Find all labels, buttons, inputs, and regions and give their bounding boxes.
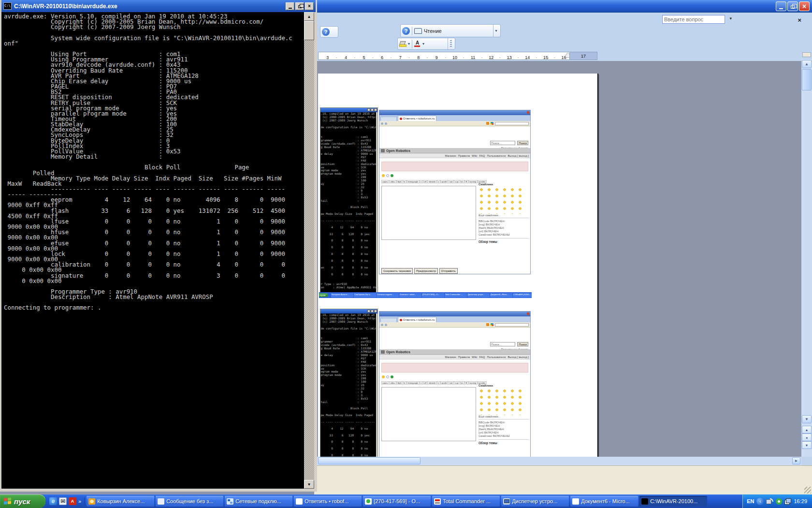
mini-close-icon (527, 313, 529, 315)
forum-nav-link: Правила (458, 154, 470, 157)
word-restore-button[interactable] (787, 1, 798, 11)
scroll-right-icon[interactable]: ► (792, 457, 800, 464)
topic-review-label: Обзор темы (478, 240, 529, 243)
taskbar-button[interactable]: Сетевые подклю... (225, 496, 292, 507)
taskbar-button[interactable]: C:\WinAVR-20100... (639, 496, 707, 507)
word-titlebar[interactable]: × (314, 0, 812, 13)
system-tray: EN ‹ 16:29 (742, 494, 812, 508)
taskbar-button[interactable]: Ковырзин Алексе... (87, 496, 154, 507)
start-button[interactable]: пуск (0, 494, 45, 508)
mini-taskbar-button: Документ6 - Micro... (490, 293, 512, 298)
reading-mode-button[interactable]: Чтение (424, 28, 442, 34)
vertical-scroll-thumb[interactable] (802, 69, 812, 90)
highlighter-dropdown-icon[interactable]: ▾ (408, 42, 410, 46)
desktop: × ▾ × ? ? Чтение ▾ ▾ A ▾ (0, 0, 812, 508)
taskbar-button[interactable]: Сообщение без з... (156, 496, 223, 507)
mini-taskbar-button: Диспетчер устро... (467, 293, 490, 298)
ruler-strip[interactable]: 345678910111213141516 (318, 52, 573, 60)
windows-stack-icon[interactable] (784, 498, 791, 505)
mini-taskbar-button: Ковырзин Алексе... (331, 293, 353, 298)
more-smileys-link: Ещё смайлики... (478, 214, 529, 218)
bbcode-button: off (423, 381, 427, 385)
word-minimize-button[interactable] (776, 1, 786, 11)
bbcode-button: blph (396, 180, 402, 183)
taskbar-button[interactable]: Ответить • robof... (294, 496, 362, 507)
rss-icon (486, 122, 489, 125)
embedded-screenshot-2[interactable]: avrdude.exe: Version 5.10, compiled on J… (319, 307, 532, 457)
next-page-icon[interactable]: ▼ (802, 441, 812, 449)
mini-caption-buttons (367, 310, 377, 313)
resize-grip[interactable] (804, 487, 811, 493)
post-icons-row (382, 174, 393, 177)
word-close-button[interactable]: × (799, 1, 810, 11)
ruler-number: 9 (428, 54, 446, 60)
minimize-icon (779, 8, 783, 9)
mini-taskbar-button: [270-417-569] - О... (422, 293, 444, 298)
icq-tray-icon[interactable] (776, 498, 782, 505)
rss-icon (486, 323, 489, 326)
ask-question-input[interactable] (662, 15, 725, 24)
internet-explorer-icon[interactable]: e (49, 497, 57, 505)
mini-browser-toolbar (379, 121, 530, 126)
taskbar-button-label: Документ6 - Micro... (581, 498, 630, 504)
forum-nav-link: FAQ (479, 356, 485, 359)
forum-nav-link: Выход [ выход ] (508, 356, 529, 359)
highlighter-icon[interactable] (399, 41, 406, 47)
quick-launch-overflow-icon[interactable]: » (78, 498, 81, 504)
toolbar-grip[interactable] (448, 38, 453, 49)
taskbar-button[interactable]: [270-417-569] - О... (363, 496, 431, 507)
terminal-close-button[interactable]: × (305, 2, 314, 10)
bbcode-button: s (437, 180, 440, 183)
post-button: Предпросмотр (414, 268, 438, 274)
bbcode-button: alde= (389, 381, 396, 385)
previous-page-icon[interactable]: ▲ (802, 426, 812, 433)
horizontal-scroll-thumb[interactable] (318, 457, 420, 464)
scroll-up-icon[interactable]: ▲ (802, 60, 812, 68)
font-color-dropdown-icon[interactable]: ▾ (422, 42, 424, 46)
document-page[interactable]: avrdude.exe: Version 5.10, compiled on J… (318, 74, 598, 457)
scroll-down-icon[interactable]: ▼ (304, 480, 314, 489)
forum-nav-link: Wiki (472, 356, 477, 359)
terminal-title: C:\WinAVR-20100110\bin\avrdude.exe (14, 3, 283, 10)
terminal-titlebar[interactable]: C:\ C:\WinAVR-20100110\bin\avrdude.exe × (1, 0, 316, 12)
topic-review-label: Обзор темы (478, 441, 529, 445)
network-status-icon[interactable] (766, 498, 773, 505)
question-dropdown-icon[interactable]: ▾ (729, 16, 732, 21)
acrobat-icon[interactable]: A (69, 497, 76, 505)
forum-nav-link: Пользователи (487, 154, 506, 157)
taskbar-buttons: Ковырзин Алексе... Сообщение без з... Се… (85, 496, 742, 507)
mini-active-tab: Ответить • roboforum.ru (398, 317, 436, 322)
scroll-up-icon[interactable]: ▲ (304, 12, 314, 21)
vertical-scrollbar[interactable]: ▲ ▼ ▲ ● ▼ (801, 59, 812, 457)
mini-start-button: пуск (319, 293, 328, 297)
help-icon[interactable]: ? (322, 28, 330, 36)
horizontal-scrollbar[interactable]: ► (314, 457, 801, 465)
bbcode-button: hr (403, 180, 406, 183)
help-icon[interactable]: ? (402, 27, 410, 35)
taskbar-button[interactable]: Документ6 - Micro... (570, 496, 638, 507)
back-icon (381, 324, 383, 326)
mail-icon[interactable]: ✉ (59, 497, 67, 505)
taskbar-button[interactable]: Total Commander ... (432, 496, 500, 507)
mini-close-icon (527, 111, 529, 114)
terminal-minimize-button[interactable] (286, 2, 294, 10)
language-indicator[interactable]: EN (747, 498, 754, 504)
scroll-down-icon[interactable]: ▼ (802, 415, 812, 423)
mini-taskbar-button: Сообщение без з... (354, 293, 376, 298)
font-color-icon[interactable]: A (414, 41, 420, 47)
select-browse-object-icon[interactable]: ● (802, 433, 812, 441)
bbcode-button: софта (381, 180, 389, 183)
hide-icons-chevron-icon[interactable]: ‹ (756, 498, 764, 505)
terminal-scroll-thumb[interactable] (304, 21, 314, 40)
menubar-close-icon[interactable]: × (798, 16, 801, 24)
toolbar-options-icon[interactable]: ▾ (493, 25, 499, 37)
smiley-panel: Смайлики Ещё смайлики... BBCode ВКЛЮЧЕН … (478, 183, 529, 243)
split-handle[interactable] (802, 52, 811, 57)
bbcode-button: warning (468, 180, 477, 183)
taskbar-button[interactable]: Диспетчер устро... (501, 496, 569, 507)
terminal-scrollbar[interactable]: ▲ ▼ (304, 12, 314, 489)
embedded-screenshot-1[interactable]: avrdude.exe: Version 5.10, compiled on J… (319, 105, 532, 298)
restore-icon (298, 5, 302, 8)
clock[interactable]: 16:29 (794, 498, 807, 504)
terminal-restore-button[interactable] (295, 2, 304, 10)
